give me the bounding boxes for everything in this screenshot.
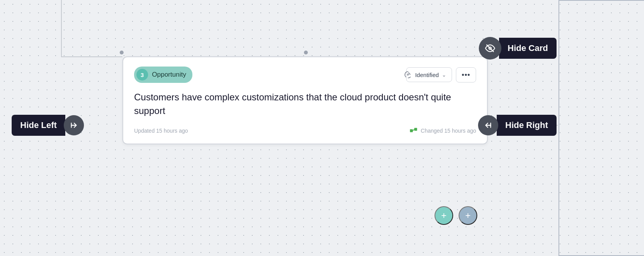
chevron-down-icon: ⌄ [442,72,446,78]
hide-right-arrow-icon [478,115,498,135]
card-tag-number: 3 [136,69,148,81]
hide-left-button[interactable]: Hide Left [12,115,84,136]
hide-left-arrow-icon [64,115,84,135]
status-label: Identified [415,72,439,78]
plus-buttons-container: + + [435,206,477,225]
main-card: 3 Opportunity 💳 Identified ⌄ ••• Cu [122,56,488,144]
more-options-button[interactable]: ••• [456,67,476,82]
svg-line-2 [413,129,414,131]
card-footer: Updated 15 hours ago Changed 15 hours ag… [134,126,476,135]
hide-right-label: Hide Right [497,115,557,136]
changed-icon [409,126,418,135]
hide-card-button[interactable]: Hide Card [479,37,557,60]
hide-card-label: Hide Card [499,38,557,59]
card-tag: 3 Opportunity [134,67,192,83]
card-header-right: 💳 Identified ⌄ ••• [406,67,476,82]
card-header: 3 Opportunity 💳 Identified ⌄ ••• [134,67,476,83]
status-dropdown[interactable]: 💳 Identified ⌄ [406,67,452,82]
svg-rect-1 [414,128,417,130]
card-updated-text: Updated 15 hours ago [134,128,188,134]
card-changed: Changed 15 hours ago [409,126,476,135]
hide-card-eye-icon [479,37,501,60]
card-tag-label: Opportunity [152,71,186,79]
add-right-button[interactable]: + [459,206,477,225]
card-changed-text: Changed 15 hours ago [421,128,476,134]
card-body-text: Customers have complex customizations th… [134,91,476,118]
hide-right-button[interactable]: Hide Right [478,115,557,136]
add-left-button[interactable]: + [435,206,453,225]
right-panel-outline [558,0,644,256]
fingerprint-svg-icon [404,71,412,79]
hide-left-label: Hide Left [12,115,65,136]
svg-rect-0 [410,129,412,132]
